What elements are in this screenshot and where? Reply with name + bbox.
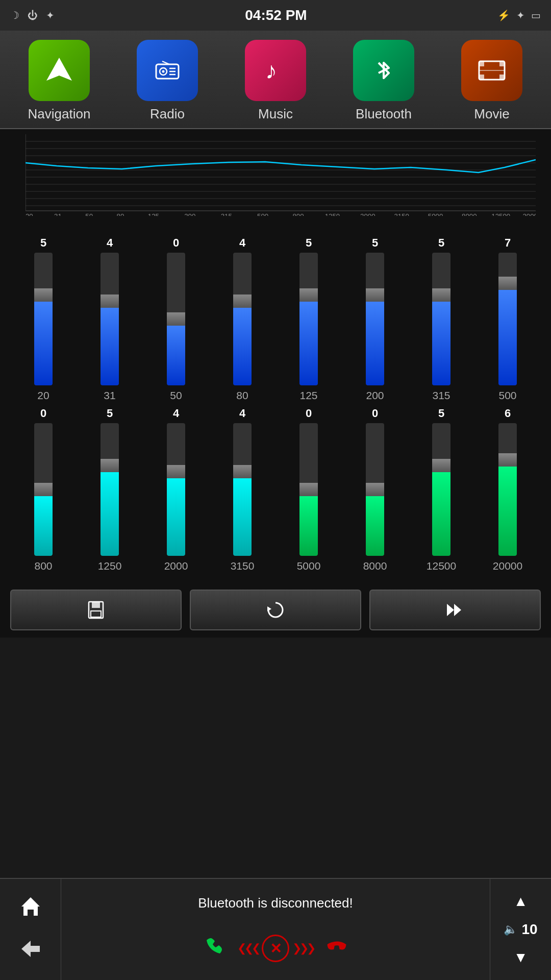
slider-label-8000: 8000 [363, 560, 387, 572]
slider-fill-31 [101, 299, 119, 385]
save-button[interactable] [10, 590, 182, 630]
slider-value-500: 7 [505, 236, 511, 250]
svg-marker-59 [454, 604, 461, 616]
slider-value-125: 5 [306, 236, 312, 250]
slider-20[interactable]: 520 [15, 236, 71, 402]
svg-text:1250: 1250 [325, 212, 340, 216]
svg-text:80: 80 [117, 212, 124, 216]
slider-2000[interactable]: 42000 [148, 407, 204, 572]
navigation-label: Navigation [28, 106, 91, 122]
slider-track-12500[interactable] [432, 423, 450, 556]
slider-8000[interactable]: 08000 [347, 407, 403, 572]
slider-3150[interactable]: 43150 [214, 407, 270, 572]
slider-315[interactable]: 5315 [413, 236, 469, 402]
slider-fill-315 [432, 292, 450, 385]
slider-5000[interactable]: 05000 [281, 407, 337, 572]
svg-text:50: 50 [85, 212, 93, 216]
slider-track-80[interactable] [233, 253, 252, 385]
svg-text:31: 31 [54, 212, 62, 216]
slider-value-50: 0 [173, 236, 179, 250]
slider-label-800: 800 [34, 560, 52, 572]
slider-50[interactable]: 050 [148, 236, 204, 402]
slider-track-200[interactable] [366, 253, 384, 385]
home-button[interactable] [19, 895, 42, 921]
slider-200[interactable]: 5200 [347, 236, 403, 402]
slider-label-125: 125 [299, 389, 317, 402]
slider-track-50[interactable] [167, 253, 185, 385]
slider-12500[interactable]: 512500 [413, 407, 469, 572]
eq-graph: 10 8 6 4 2 0 -2 -4 -6 -8 -10 20 31 50 80… [0, 129, 551, 231]
slider-track-800[interactable] [34, 423, 53, 556]
eq-slider-row-1: 5204310504805125520053157500 [10, 236, 541, 402]
slider-thumb-125 [299, 288, 318, 302]
slider-label-12500: 12500 [427, 560, 456, 572]
usb-icon: ⚡ [497, 9, 510, 21]
volume-up-button[interactable]: ▲ [514, 893, 528, 910]
slider-thumb-20 [34, 288, 53, 302]
slider-track-5000[interactable] [299, 423, 318, 556]
slider-label-50: 50 [170, 389, 182, 402]
svg-text:20: 20 [26, 212, 33, 216]
slider-fill-500 [498, 279, 517, 385]
bottom-bar: Bluetooth is disconnected! ❮❮❮ ✕ ❯❯❯ ▲ 🔈… [0, 878, 551, 980]
eq-buttons [0, 582, 551, 638]
slider-label-3150: 3150 [231, 560, 255, 572]
app-item-radio[interactable]: Radio [113, 40, 221, 122]
back-button[interactable] [19, 938, 42, 964]
music-label: Music [258, 106, 293, 122]
app-item-music[interactable]: ♪ Music [221, 40, 330, 122]
slider-fill-50 [167, 319, 185, 385]
slider-track-2000[interactable] [167, 423, 185, 556]
slider-value-2000: 4 [173, 407, 179, 420]
slider-track-31[interactable] [101, 253, 119, 385]
slider-31[interactable]: 431 [82, 236, 138, 402]
slider-125[interactable]: 5125 [281, 236, 337, 402]
svg-rect-12 [479, 75, 484, 80]
svg-text:2000: 2000 [360, 212, 375, 216]
slider-track-8000[interactable] [366, 423, 384, 556]
slider-800[interactable]: 0800 [15, 407, 71, 572]
svg-text:500: 500 [257, 212, 268, 216]
status-left-icons: ☽ ⏻ ✦ [10, 9, 55, 21]
slider-value-80: 4 [239, 236, 245, 250]
app-grid: Navigation Radio ♪ [0, 40, 551, 122]
call-accept-icon[interactable] [202, 933, 227, 964]
svg-text:12500: 12500 [491, 212, 510, 216]
movie-icon [461, 40, 522, 101]
bt-close-button[interactable]: ✕ [262, 935, 289, 962]
slider-track-20000[interactable] [498, 423, 517, 556]
bluetooth-status-text: Bluetooth is disconnected! [198, 895, 353, 911]
forward-button[interactable] [369, 590, 541, 630]
slider-label-5000: 5000 [297, 560, 321, 572]
volume-down-button[interactable]: ▼ [514, 949, 528, 966]
reset-button[interactable] [190, 590, 361, 630]
svg-text:200: 200 [184, 212, 195, 216]
slider-thumb-12500 [432, 459, 450, 472]
slider-thumb-2000 [167, 465, 185, 478]
bottom-center: Bluetooth is disconnected! ❮❮❮ ✕ ❯❯❯ [61, 879, 490, 980]
app-item-bluetooth[interactable]: Bluetooth [330, 40, 438, 122]
slider-label-2000: 2000 [164, 560, 188, 572]
slider-500[interactable]: 7500 [480, 236, 536, 402]
app-item-movie[interactable]: Movie [438, 40, 546, 122]
call-end-icon[interactable] [324, 933, 349, 964]
bottom-right: ▲ 🔈 10 ▼ [490, 879, 551, 980]
app-item-navigation[interactable]: Navigation [5, 40, 113, 122]
slider-track-315[interactable] [432, 253, 450, 385]
slider-value-8000: 0 [372, 407, 378, 420]
eq-sliders: 5204310504805125520053157500 08005125042… [0, 231, 551, 582]
slider-track-125[interactable] [299, 253, 318, 385]
slider-thumb-5000 [299, 483, 318, 496]
svg-rect-55 [92, 602, 100, 608]
slider-80[interactable]: 480 [214, 236, 270, 402]
slider-track-1250[interactable] [101, 423, 119, 556]
slider-fill-125 [299, 292, 318, 385]
slider-track-20[interactable] [34, 253, 53, 385]
slider-track-500[interactable] [498, 253, 517, 385]
eq-slider-row-2: 0800512504200043150050000800051250062000… [10, 407, 541, 572]
slider-track-3150[interactable] [233, 423, 252, 556]
slider-20000[interactable]: 620000 [480, 407, 536, 572]
music-icon: ♪ [245, 40, 306, 101]
slider-label-315: 315 [432, 389, 450, 402]
slider-1250[interactable]: 51250 [82, 407, 138, 572]
